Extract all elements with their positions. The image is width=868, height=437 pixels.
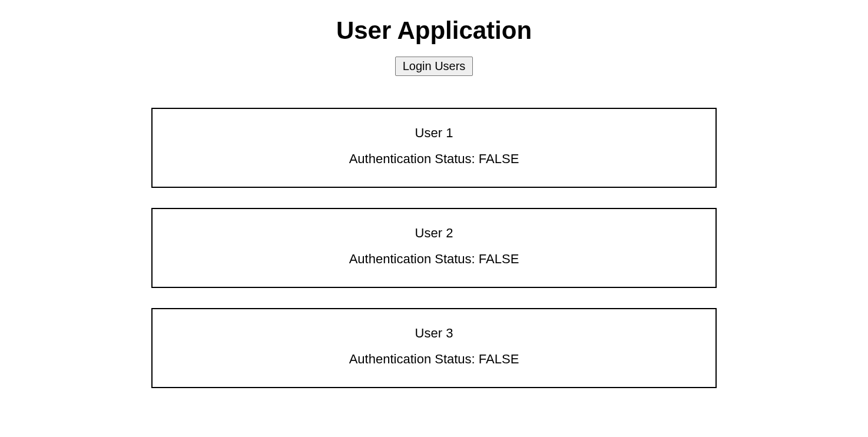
page-title: User Application bbox=[0, 16, 868, 45]
user-card: User 1 Authentication Status: FALSE bbox=[151, 108, 717, 188]
login-users-button[interactable]: Login Users bbox=[395, 57, 473, 76]
user-auth-status: Authentication Status: FALSE bbox=[153, 151, 715, 167]
user-auth-status: Authentication Status: FALSE bbox=[153, 352, 715, 367]
user-name: User 3 bbox=[153, 326, 715, 341]
user-name: User 2 bbox=[153, 226, 715, 241]
user-auth-status: Authentication Status: FALSE bbox=[153, 251, 715, 267]
user-name: User 1 bbox=[153, 125, 715, 141]
user-card: User 2 Authentication Status: FALSE bbox=[151, 208, 717, 288]
user-card: User 3 Authentication Status: FALSE bbox=[151, 308, 717, 388]
